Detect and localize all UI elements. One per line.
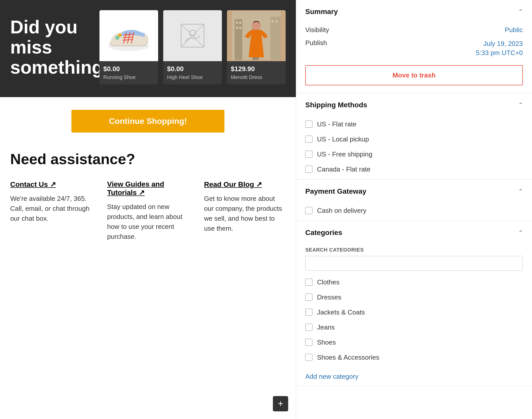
right-panel: Summary ⌃ Visibility Public Publish July… (296, 0, 532, 419)
dress-svg-icon (232, 11, 281, 60)
product-card-info-2: $129.90 Menotti Dress (227, 61, 286, 84)
left-wrapper: Did you miss something? (0, 0, 296, 419)
assistance-section: Need assistance? Contact Us ↗ We're avai… (0, 145, 296, 252)
hero-heading: Did you miss something? (10, 17, 92, 78)
payment-section: Payment Gateway ⌃ Cash on delivery (296, 180, 532, 221)
product-cards: $0.00 Running Shoe (99, 10, 286, 84)
category-item-2: Jackets & Coats (296, 305, 532, 320)
blog-link[interactable]: Read Our Blog ↗ (204, 180, 286, 189)
category-item-5: Shoes & Accessories (296, 350, 532, 365)
svg-rect-20 (239, 27, 241, 29)
blog-text: Get to know more about our company, the … (204, 194, 286, 233)
assistance-col-2: Read Our Blog ↗ Get to know more about o… (204, 180, 286, 242)
summary-chevron-icon: ⌃ (518, 8, 523, 15)
summary-visibility-row: Visibility Public (296, 23, 532, 36)
product-name-0: Running Shoe (103, 74, 154, 81)
svg-point-7 (115, 36, 119, 40)
product-card-info-0: $0.00 Running Shoe (99, 61, 158, 84)
product-image-0 (99, 10, 158, 61)
svg-rect-15 (270, 17, 281, 60)
plus-button[interactable]: + (273, 396, 288, 411)
payment-header[interactable]: Payment Gateway ⌃ (296, 180, 532, 203)
svg-rect-18 (239, 22, 241, 24)
category-label-1: Dresses (317, 293, 341, 301)
add-new-category-link[interactable]: Add new category (296, 368, 532, 386)
payment-title: Payment Gateway (305, 187, 366, 195)
category-checkbox-4[interactable] (305, 339, 312, 346)
svg-point-8 (118, 34, 121, 37)
guides-text: Stay updated on new products, and learn … (107, 202, 189, 242)
product-price-2: $129.90 (231, 65, 282, 73)
summary-title: Summary (305, 8, 338, 16)
product-name-1: High Heel Shoe (167, 74, 218, 81)
svg-rect-17 (236, 22, 238, 24)
assistance-columns: Contact Us ↗ We're available 24/7, 365. … (10, 180, 286, 242)
product-name-2: Menotti Dress (231, 74, 282, 81)
shipping-method-label-1: US - Local pickup (317, 135, 369, 143)
product-price-1: $0.00 (167, 65, 218, 73)
search-categories-input[interactable] (305, 256, 523, 271)
publish-date[interactable]: July 19, 2023 5:33 pm UTC+0 (476, 39, 523, 58)
category-checkbox-1[interactable] (305, 294, 312, 301)
product-card-0[interactable]: $0.00 Running Shoe (99, 10, 158, 84)
product-image-1 (163, 10, 222, 61)
summary-publish-row: Publish July 19, 2023 5:33 pm UTC+0 (296, 36, 532, 60)
shipping-section: Shipping Methods ⌃ US - Flat rate US - L… (296, 93, 532, 180)
placeholder-svg-icon (180, 23, 205, 48)
shoe-svg-icon (105, 15, 153, 56)
shipping-checkbox-0[interactable] (305, 121, 312, 128)
svg-rect-19 (236, 27, 238, 29)
shipping-chevron-icon: ⌃ (518, 102, 523, 108)
shipping-checkbox-3[interactable] (305, 166, 312, 173)
categories-title: Categories (305, 229, 342, 237)
shipping-method-label-0: US - Flat rate (317, 120, 357, 128)
svg-rect-14 (235, 19, 242, 60)
publish-label: Publish (305, 39, 327, 47)
payment-checkbox-0[interactable] (305, 207, 312, 214)
category-item-4: Shoes (296, 335, 532, 350)
contact-us-text: We're available 24/7, 365. Call, email, … (10, 194, 92, 224)
product-price-0: $0.00 (103, 65, 154, 73)
categories-section: Categories ⌃ SEARCH CATEGORIES Clothes D… (296, 221, 532, 386)
move-to-trash-button[interactable]: Move to trash (305, 65, 523, 85)
category-checkbox-3[interactable] (305, 324, 312, 331)
category-item-1: Dresses (296, 290, 532, 305)
svg-point-12 (189, 30, 196, 36)
assistance-title: Need assistance? (10, 150, 286, 167)
contact-us-link[interactable]: Contact Us ↗ (10, 180, 92, 189)
payment-method-label-0: Cash on delivery (317, 207, 366, 215)
summary-section: Summary ⌃ Visibility Public Publish July… (296, 0, 532, 93)
shipping-title: Shipping Methods (305, 101, 367, 109)
shipping-header[interactable]: Shipping Methods ⌃ (296, 93, 532, 117)
svg-rect-22 (275, 20, 277, 22)
categories-chevron-icon: ⌃ (518, 229, 523, 236)
category-list: Clothes Dresses Jackets & Coats Jeans Sh… (296, 275, 532, 368)
category-checkbox-0[interactable] (305, 279, 312, 286)
shipping-method-1: US - Local pickup (296, 132, 532, 147)
category-label-3: Jeans (317, 323, 335, 331)
assistance-col-1: View Guides and Tutorials ↗ Stay updated… (107, 180, 189, 242)
category-item-3: Jeans (296, 320, 532, 335)
shipping-checkbox-1[interactable] (305, 136, 312, 143)
category-checkbox-2[interactable] (305, 309, 312, 316)
categories-header[interactable]: Categories ⌃ (296, 221, 532, 244)
category-label-5: Shoes & Accessories (317, 353, 379, 361)
continue-section: Continue Shopping! (0, 97, 296, 145)
category-item-0: Clothes (296, 275, 532, 290)
search-categories-label: SEARCH CATEGORIES (296, 244, 532, 254)
assistance-col-0: Contact Us ↗ We're available 24/7, 365. … (10, 180, 92, 242)
shipping-checkbox-2[interactable] (305, 151, 312, 158)
category-label-4: Shoes (317, 338, 336, 346)
visibility-value[interactable]: Public (505, 26, 523, 34)
product-card-1[interactable]: $0.00 High Heel Shoe (163, 10, 222, 84)
svg-rect-21 (272, 20, 274, 22)
product-card-2[interactable]: $129.90 Menotti Dress (227, 10, 286, 84)
shipping-method-2: US - Free shipping (296, 147, 532, 162)
continue-shopping-button[interactable]: Continue Shopping! (71, 110, 224, 133)
shipping-method-0: US - Flat rate (296, 117, 532, 132)
guides-link[interactable]: View Guides and Tutorials ↗ (107, 180, 189, 197)
category-checkbox-5[interactable] (305, 354, 312, 361)
category-label-2: Jackets & Coats (317, 308, 365, 316)
shipping-method-label-2: US - Free shipping (317, 150, 372, 158)
summary-header[interactable]: Summary ⌃ (296, 0, 532, 23)
